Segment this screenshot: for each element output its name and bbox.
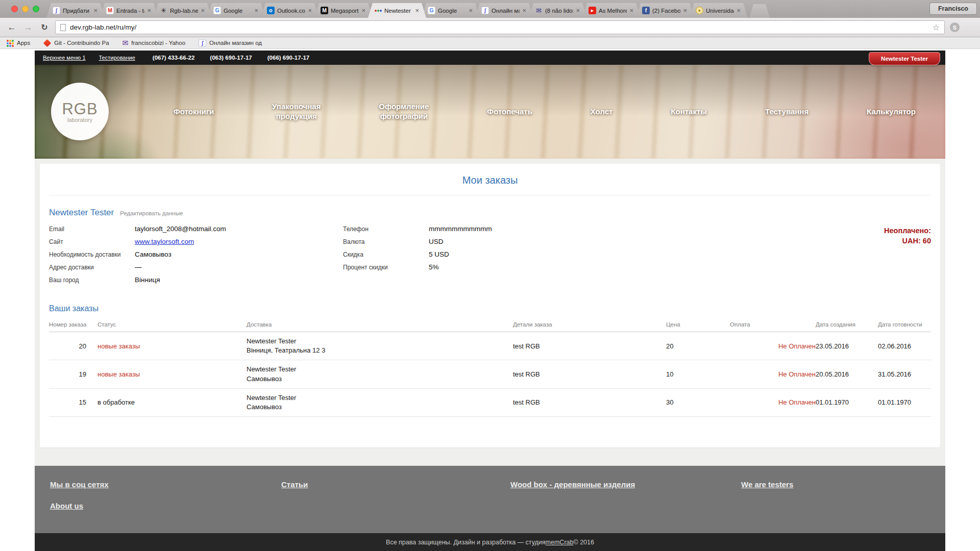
nav-item[interactable]: Оформление фотографий [379, 102, 429, 121]
nav-item[interactable]: Тестування [765, 107, 808, 117]
new-tab-button[interactable] [749, 4, 770, 18]
memcrab-link[interactable]: memCrab [546, 539, 574, 546]
cell-ready: 02.06.2016 [878, 332, 931, 360]
browser-tab[interactable]: Universidade L × [690, 3, 748, 18]
back-icon[interactable]: ← [6, 22, 17, 33]
forward-icon[interactable]: → [22, 22, 34, 33]
tab-close-icon[interactable]: × [576, 7, 580, 14]
browser-menu-icon[interactable] [965, 23, 974, 32]
window-controls [5, 0, 46, 18]
browser-tab[interactable]: Rgb-lab.net - A × [154, 3, 212, 18]
column-header: Цена [666, 317, 730, 332]
browser-tab[interactable]: (2) Facebook × [636, 3, 694, 18]
browser-tab[interactable]: Google × [207, 3, 265, 18]
cell-ready: 31.05.2016 [878, 360, 931, 388]
field-value: 5% [429, 263, 439, 271]
table-row: 19новые заказыNewtester Tester Самовывоз… [49, 360, 931, 388]
topbar-phones: (067) 433-66-22(063) 690-17-17(066) 690-… [153, 55, 309, 61]
nav-item[interactable]: Контакты [671, 107, 707, 117]
nav-item[interactable]: Фотокниги [174, 107, 214, 117]
extension-s-icon[interactable]: S [950, 22, 960, 32]
rgbmark-icon [160, 7, 167, 14]
browser-tab[interactable]: Google × [422, 3, 480, 18]
tab-close-icon[interactable]: × [469, 7, 473, 14]
bookmark-item[interactable]: franciscobizi - Yahoo [122, 39, 185, 47]
footer-link-about[interactable]: About us [50, 502, 83, 510]
footer-link[interactable]: Статьи [281, 480, 308, 489]
cell-details: test RGB [513, 332, 666, 360]
tab-close-icon[interactable]: × [629, 7, 633, 14]
footer-links: Мы в соц сетяхСтатьиWood box - деревянны… [50, 480, 930, 489]
cell-created: 23.05.2016 [816, 332, 878, 360]
tab-close-icon[interactable]: × [522, 7, 526, 14]
logo-title: RGB [62, 100, 97, 118]
field-value: — [135, 263, 142, 271]
tab-close-icon[interactable]: × [201, 7, 205, 14]
bookmark-item[interactable]: Git - Contribuindo Pa [43, 40, 109, 46]
footer-link[interactable]: Мы в соц сетях [50, 480, 109, 489]
user-account-button[interactable]: Newtester Tester [869, 52, 940, 65]
bookmark-item[interactable]: Apps [6, 40, 30, 46]
google-icon [213, 7, 221, 14]
nav-item[interactable]: Холст [591, 107, 613, 117]
orders-table-body: 20новые заказыNewtester Tester Вінниця, … [49, 332, 931, 417]
close-window-button[interactable] [11, 6, 18, 12]
nav-item[interactable]: Фотопечать [487, 107, 532, 117]
profile-name: Newtester Tester [49, 208, 114, 218]
integral-icon [199, 39, 206, 47]
browser-tab[interactable]: (8 não lidos) - f × [529, 3, 587, 18]
tab-close-icon[interactable]: × [308, 7, 312, 14]
browser-profile-button[interactable]: Francisco [929, 3, 977, 15]
site-logo[interactable]: RGB laboratory [51, 83, 109, 140]
topbar-link[interactable]: Тестирование [99, 55, 135, 61]
tab-close-icon[interactable]: × [737, 7, 741, 14]
cell-status: в обработке [97, 388, 247, 416]
tab-close-icon[interactable]: × [147, 7, 151, 14]
cell-number: 19 [49, 360, 97, 388]
cell-ready: 01.01.1970 [878, 388, 931, 416]
column-header: Оплата [730, 317, 816, 332]
cell-created: 01.01.1970 [816, 388, 878, 416]
bookmark-star-icon[interactable]: ☆ [933, 22, 940, 32]
orders-table: Номер заказаСтатусДоставкаДетали заказаЦ… [49, 317, 931, 417]
bookmark-item[interactable]: Онлайн магазин од [199, 39, 262, 47]
cell-delivery: Newtester Tester Самовывоз [247, 360, 513, 388]
tab-close-icon[interactable]: × [361, 7, 365, 14]
univ-icon [696, 7, 703, 14]
nav-item[interactable]: Калькулятор [867, 107, 916, 117]
column-header: Статус [97, 317, 247, 332]
footer-link[interactable]: We are testers [741, 480, 793, 489]
unpaid-label: Неоплачено: [884, 226, 931, 236]
cell-status: новые заказы [97, 332, 247, 360]
reload-icon[interactable]: ↻ [39, 22, 50, 32]
topbar-link[interactable]: Верхнее меню 1 [43, 55, 86, 61]
field-label: Ваш город [49, 276, 135, 284]
profile-field-row: Сайтwww.taylorsoft.com [49, 238, 343, 245]
browser-tab[interactable]: Entrada - taylor × [100, 3, 158, 18]
browser-tab[interactable]: Придбати шта × [46, 3, 105, 18]
orders-section-title: Ваши заказы [49, 304, 931, 313]
tab-close-icon[interactable]: × [93, 7, 97, 14]
field-value[interactable]: www.taylorsoft.com [135, 238, 194, 245]
column-header: Дата создания [816, 317, 878, 332]
minimize-window-button[interactable] [22, 6, 29, 12]
fullscreen-window-button[interactable] [33, 6, 39, 12]
column-header: Дата готовности [878, 317, 931, 332]
tab-close-icon[interactable]: × [254, 7, 258, 14]
browser-tab[interactable]: Newtester Test × [368, 3, 426, 18]
address-bar[interactable]: dev.rgb-lab.net/ru/my/ ☆ [55, 20, 945, 34]
browser-tab[interactable]: Онлайн магази × [475, 3, 533, 18]
nav-item[interactable]: Упаковочная продукция [272, 102, 321, 121]
footer-link[interactable]: Wood box - деревянные изделия [510, 480, 635, 489]
profile-field-row: Ваш городВінниця [49, 276, 343, 284]
field-label: Email [49, 225, 135, 233]
browser-tab[interactable]: Megasport.ua - × [314, 3, 373, 18]
browser-tab[interactable]: Outlook.com - t × [261, 3, 319, 18]
tab-close-icon[interactable]: × [683, 7, 687, 14]
tab-close-icon[interactable]: × [415, 7, 419, 14]
youtube-icon [589, 7, 596, 14]
edit-profile-link[interactable]: Редактировать данные [120, 210, 183, 216]
browser-tab[interactable]: As Melhores M × [582, 3, 641, 18]
url-text[interactable]: dev.rgb-lab.net/ru/my/ [70, 23, 928, 31]
orders-header-row: Номер заказаСтатусДоставкаДетали заказаЦ… [49, 317, 931, 332]
